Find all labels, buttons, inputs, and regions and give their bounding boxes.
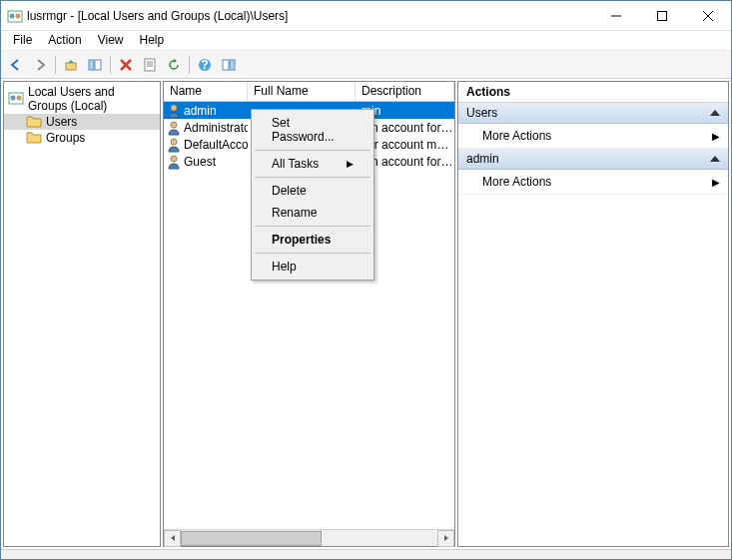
svg-rect-9 <box>95 60 101 70</box>
minimize-button[interactable] <box>593 1 639 30</box>
menu-file[interactable]: File <box>5 31 40 50</box>
column-fullname[interactable]: Full Name <box>248 82 356 101</box>
column-name[interactable]: Name <box>164 82 248 101</box>
list-body: admin min Administrator t-in account for… <box>164 102 454 529</box>
folder-icon <box>26 115 42 129</box>
actions-more-admin[interactable]: More Actions ▶ <box>458 170 728 195</box>
separator <box>255 226 370 227</box>
column-description[interactable]: Description <box>356 82 454 101</box>
svg-rect-4 <box>658 11 667 20</box>
svg-rect-7 <box>66 63 76 70</box>
actions-panel: Actions Users More Actions ▶ admin More … <box>457 81 729 547</box>
user-icon <box>166 154 182 170</box>
svg-rect-8 <box>89 60 94 70</box>
window-controls <box>593 1 731 30</box>
scroll-thumb[interactable] <box>181 531 322 546</box>
ctx-set-password[interactable]: Set Password... <box>254 112 371 148</box>
cell-name: Guest <box>184 155 216 169</box>
window-title: lusrmgr - [Local Users and Groups (Local… <box>27 9 593 23</box>
ctx-all-tasks[interactable]: All Tasks▶ <box>254 153 371 175</box>
svg-rect-12 <box>145 59 155 71</box>
app-icon <box>7 8 23 24</box>
up-button[interactable] <box>60 54 82 76</box>
actions-group-users[interactable]: Users <box>458 103 728 124</box>
tree-root[interactable]: Local Users and Groups (Local) <box>4 84 160 114</box>
scroll-right-button[interactable] <box>437 530 454 547</box>
separator <box>189 56 190 74</box>
menu-action[interactable]: Action <box>40 31 89 50</box>
toolbar: ? <box>1 51 731 79</box>
svg-point-22 <box>17 95 22 100</box>
context-menu: Set Password... All Tasks▶ Delete Rename… <box>251 109 374 280</box>
svg-point-21 <box>11 95 16 100</box>
group-icon <box>8 90 24 109</box>
actions-title: Actions <box>458 82 728 103</box>
svg-rect-19 <box>230 60 235 70</box>
folder-icon <box>26 131 42 145</box>
tree-panel: Local Users and Groups (Local) Users Gro… <box>3 81 161 547</box>
statusbar <box>1 549 731 559</box>
ctx-rename[interactable]: Rename <box>254 202 371 224</box>
help-button[interactable]: ? <box>194 54 216 76</box>
ctx-delete[interactable]: Delete <box>254 180 371 202</box>
main-window: lusrmgr - [Local Users and Groups (Local… <box>0 0 732 560</box>
user-icon <box>166 120 182 136</box>
svg-point-23 <box>171 105 177 111</box>
titlebar: lusrmgr - [Local Users and Groups (Local… <box>1 1 731 31</box>
tree-item-groups[interactable]: Groups <box>4 130 160 146</box>
content-area: Local Users and Groups (Local) Users Gro… <box>1 79 731 549</box>
tree-item-label: Groups <box>46 131 85 145</box>
list-header: Name Full Name Description <box>164 82 454 102</box>
user-icon <box>166 137 182 153</box>
horizontal-scrollbar[interactable] <box>164 529 454 546</box>
ctx-help[interactable]: Help <box>254 256 371 278</box>
svg-text:?: ? <box>201 58 208 72</box>
svg-point-2 <box>16 13 21 18</box>
menubar: File Action View Help <box>1 31 731 51</box>
cell-name: admin <box>184 104 217 118</box>
tree-root-label: Local Users and Groups (Local) <box>28 85 156 113</box>
cell-name: Administrator <box>184 121 248 135</box>
maximize-button[interactable] <box>639 1 685 30</box>
svg-point-24 <box>171 122 177 128</box>
svg-rect-18 <box>223 60 229 70</box>
close-button[interactable] <box>685 1 731 30</box>
menu-view[interactable]: View <box>90 31 132 50</box>
actions-more-users[interactable]: More Actions ▶ <box>458 124 728 149</box>
scroll-left-button[interactable] <box>164 530 181 547</box>
svg-point-26 <box>171 156 177 162</box>
separator <box>110 56 111 74</box>
user-icon <box>166 103 182 119</box>
properties-button[interactable] <box>139 54 161 76</box>
tree-item-label: Users <box>46 115 77 129</box>
back-button[interactable] <box>5 54 27 76</box>
show-hide-button[interactable] <box>84 54 106 76</box>
separator <box>255 253 370 254</box>
tree-item-users[interactable]: Users <box>4 114 160 130</box>
separator <box>55 56 56 74</box>
svg-point-1 <box>10 13 15 18</box>
submenu-arrow-icon: ▶ <box>712 177 720 188</box>
delete-button[interactable] <box>115 54 137 76</box>
refresh-button[interactable] <box>163 54 185 76</box>
ctx-properties[interactable]: Properties <box>254 229 371 251</box>
show-actions-button[interactable] <box>218 54 240 76</box>
collapse-icon <box>710 156 720 162</box>
list-panel: Name Full Name Description admin min Adm… <box>163 81 455 547</box>
submenu-arrow-icon: ▶ <box>347 159 354 169</box>
separator <box>255 150 370 151</box>
forward-button[interactable] <box>29 54 51 76</box>
actions-group-admin[interactable]: admin <box>458 149 728 170</box>
cell-name: DefaultAcco... <box>184 138 248 152</box>
collapse-icon <box>710 110 720 116</box>
submenu-arrow-icon: ▶ <box>712 131 720 142</box>
scroll-track[interactable] <box>181 530 437 547</box>
separator <box>255 177 370 178</box>
menu-help[interactable]: Help <box>132 31 173 50</box>
svg-point-25 <box>171 139 177 145</box>
